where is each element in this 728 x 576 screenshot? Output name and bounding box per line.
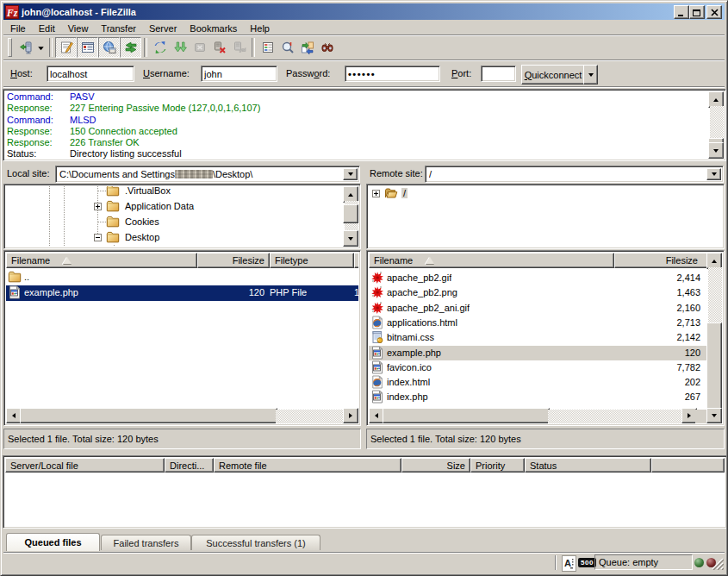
directory-comparison-button[interactable] bbox=[277, 38, 297, 57]
remote-vscroll-track[interactable] bbox=[708, 267, 722, 322]
file-row-index-html[interactable]: index.html202 bbox=[369, 375, 722, 390]
file-row-example-php[interactable]: example.php120PHP File1 bbox=[6, 285, 358, 301]
username-input[interactable] bbox=[201, 66, 277, 82]
file-row-applications-html[interactable]: applications.html2,713 bbox=[369, 316, 722, 330]
resize-grip[interactable] bbox=[711, 557, 724, 570]
file-row--[interactable]: .. bbox=[6, 270, 358, 285]
collapse-icon[interactable] bbox=[94, 234, 102, 241]
site-manager-button[interactable] bbox=[16, 38, 35, 57]
menu-view[interactable]: View bbox=[62, 22, 95, 35]
close-button[interactable] bbox=[706, 5, 722, 19]
file-row-apache-pb2-png[interactable]: apache_pb2.png1,463 bbox=[369, 285, 722, 300]
queue-column-server-local-file[interactable]: Server/Local file bbox=[5, 458, 165, 473]
quickconnect-bar: Host: Username: Password: Port: Quickcon… bbox=[3, 60, 725, 87]
local-tree-scroll-down[interactable] bbox=[343, 230, 358, 247]
menu-file[interactable]: File bbox=[3, 22, 32, 35]
datatype-indicator-icon[interactable]: A bbox=[562, 555, 576, 572]
password-input[interactable] bbox=[345, 66, 440, 82]
column-header-filename[interactable]: Filename bbox=[369, 253, 614, 268]
quickconnect-button[interactable]: Quickconnect bbox=[521, 65, 585, 85]
queue-column-size[interactable]: Size bbox=[401, 458, 470, 473]
file-row-bitnami-css[interactable]: bitnami.css2,142 bbox=[369, 330, 722, 345]
toolbar-grip[interactable] bbox=[8, 38, 12, 57]
port-input[interactable] bbox=[481, 66, 516, 82]
site-manager-dropdown-arrow-button[interactable] bbox=[35, 38, 47, 57]
remote-hscroll-thumb[interactable] bbox=[383, 408, 550, 423]
remote-site-combobox[interactable]: / bbox=[425, 166, 724, 183]
toggle-message-log-button[interactable] bbox=[55, 37, 77, 58]
local-tree-scrollbar-thumb[interactable] bbox=[343, 204, 358, 223]
column-header-label: Filetype bbox=[275, 255, 308, 266]
file-row-apache-pb2-ani-gif[interactable]: apache_pb2_ani.gif2,160 bbox=[369, 301, 722, 316]
queue-header: Server/Local fileDirecti...Remote fileSi… bbox=[5, 458, 725, 473]
log-line-status: Status:Directory listing successful bbox=[7, 148, 710, 159]
column-header-l[interactable]: L bbox=[354, 253, 358, 268]
minimize-button[interactable] bbox=[674, 5, 689, 19]
menu-edit[interactable]: Edit bbox=[33, 22, 61, 35]
menu-help[interactable]: Help bbox=[244, 22, 276, 35]
local-site-combobox[interactable]: C:\Documents and Settings\Desktop\ bbox=[55, 166, 360, 183]
queue-column-priority[interactable]: Priority bbox=[470, 458, 525, 473]
expand-icon[interactable] bbox=[372, 190, 380, 197]
filename-cell: apache_pb2.png bbox=[387, 287, 457, 297]
maximize-button[interactable] bbox=[689, 5, 705, 19]
column-header-filename[interactable]: Filename bbox=[6, 253, 197, 268]
tree-item--[interactable]: / bbox=[369, 186, 722, 201]
column-header-filetype[interactable]: Filetype bbox=[270, 253, 354, 268]
refresh-button[interactable] bbox=[150, 38, 170, 57]
expand-icon[interactable] bbox=[94, 203, 102, 210]
queue-column-status[interactable]: Status bbox=[525, 458, 651, 473]
toggle-local-tree-button[interactable] bbox=[77, 37, 98, 58]
file-row-apache-pb2-gif[interactable]: apache_pb2.gif2,414 bbox=[369, 271, 722, 285]
host-input[interactable] bbox=[47, 66, 134, 82]
cancel-button[interactable] bbox=[190, 38, 209, 57]
log-scroll-down-button[interactable] bbox=[708, 142, 724, 159]
local-site-combo-arrow[interactable] bbox=[343, 168, 358, 180]
tab-successful-transfers-1-[interactable]: Successful transfers (1) bbox=[191, 535, 320, 550]
remote-vscroll-thumb[interactable] bbox=[706, 322, 722, 410]
message-log: Command:PASVResponse:227 Entering Passiv… bbox=[3, 89, 726, 161]
remote-vscroll-down[interactable] bbox=[706, 408, 722, 423]
queue-column-remote-file[interactable]: Remote file bbox=[214, 458, 401, 473]
column-header-filesize[interactable]: Filesize bbox=[197, 253, 270, 268]
speed-limit-badge[interactable]: 500 bbox=[578, 558, 596, 567]
filter-button[interactable] bbox=[258, 38, 277, 57]
tab-queued-files[interactable]: Queued files bbox=[6, 533, 100, 551]
quickconnect-bottom-groove bbox=[3, 86, 725, 87]
message-log-content: Command:PASVResponse:227 Entering Passiv… bbox=[5, 91, 710, 159]
queue-column-directi-[interactable]: Directi... bbox=[165, 458, 214, 473]
local-hscroll-right[interactable] bbox=[343, 408, 358, 423]
local-site-label: Local site: bbox=[7, 168, 50, 178]
toggle-remote-tree-button[interactable] bbox=[98, 37, 120, 58]
remote-site-combo-arrow[interactable] bbox=[706, 168, 721, 180]
reconnect-button[interactable] bbox=[229, 38, 249, 57]
filesize-cell: 1,463 bbox=[610, 287, 700, 297]
local-hscroll-thumb[interactable] bbox=[20, 408, 277, 423]
local-hscroll-track[interactable] bbox=[276, 410, 345, 423]
apache-file-icon bbox=[370, 301, 384, 315]
file-row-index-php[interactable]: index.php267 bbox=[369, 390, 722, 404]
toggle-transfer-queue-button[interactable] bbox=[120, 37, 141, 58]
synchronized-browsing-button[interactable] bbox=[297, 38, 317, 57]
file-row-example-php[interactable]: example.php120 bbox=[369, 346, 722, 360]
quickconnect-dropdown-button[interactable] bbox=[583, 65, 598, 85]
filename-cell: applications.html bbox=[387, 317, 457, 328]
log-line-text: MLSD bbox=[70, 115, 96, 125]
find-files-button[interactable] bbox=[317, 38, 337, 57]
tree-item-label: .VirtualBox bbox=[125, 186, 171, 196]
tree-item-cookies[interactable]: Cookies bbox=[6, 214, 358, 229]
tree-item--virtualbox[interactable]: .VirtualBox bbox=[6, 186, 358, 198]
tree-item-desktop[interactable]: Desktop bbox=[6, 229, 358, 245]
menu-transfer[interactable]: Transfer bbox=[95, 22, 142, 35]
log-scrollbar-track[interactable] bbox=[710, 106, 724, 138]
file-row-favicon-ico[interactable]: favicon.ico7,782 bbox=[369, 360, 722, 375]
remote-hscroll-track[interactable] bbox=[548, 410, 681, 423]
process-queue-button[interactable] bbox=[170, 38, 190, 57]
disconnect-button[interactable] bbox=[209, 38, 229, 57]
tree-item-application-data[interactable]: Application Data bbox=[6, 198, 358, 214]
folder-open-icon bbox=[384, 186, 398, 200]
menu-bookmarks[interactable]: Bookmarks bbox=[184, 22, 243, 35]
filetype-cell: PHP File bbox=[270, 287, 307, 297]
tab-failed-transfers[interactable]: Failed transfers bbox=[101, 535, 191, 550]
menu-server[interactable]: Server bbox=[143, 22, 183, 35]
